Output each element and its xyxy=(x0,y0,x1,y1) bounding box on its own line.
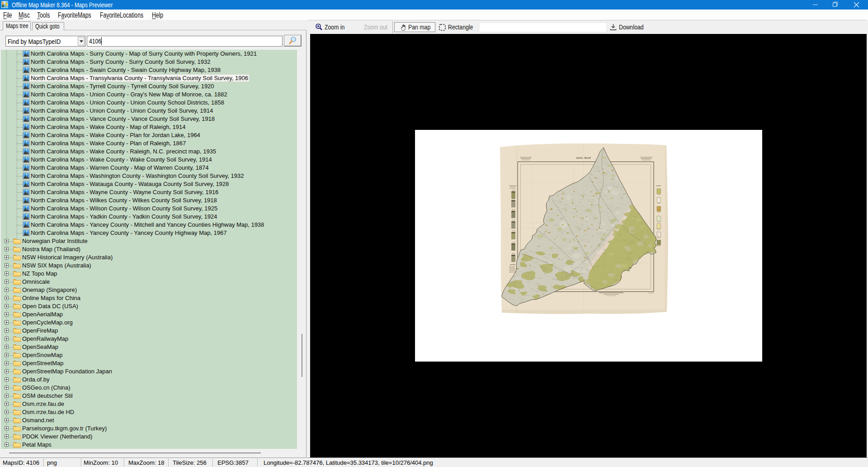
svg-text:SOIL MAP: SOIL MAP xyxy=(576,157,591,159)
